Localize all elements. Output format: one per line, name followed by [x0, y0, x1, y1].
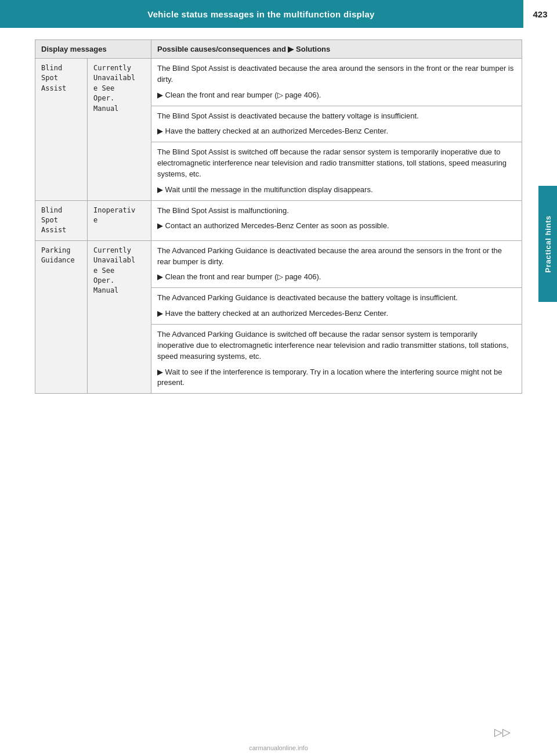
causes-cell: The Blind Spot Assist is malfunctioning.…: [151, 200, 522, 240]
cause-text: The Blind Spot Assist is switched off be…: [157, 147, 516, 180]
main-table: Display messages Possible causes/consequ…: [35, 39, 522, 394]
bullet-text: ▶ Clean the front and rear bumper (▷ pag…: [157, 90, 516, 101]
bullet-text: ▶ Contact an authorized Mercedes-Benz Ce…: [157, 221, 516, 232]
display-cell: Parking Guidance: [35, 240, 88, 393]
bullet-item: ▶ Have the battery checked at an authori…: [157, 124, 516, 137]
col-display-header: Display messages: [35, 40, 151, 59]
col-causes-header: Possible causes/consequences and ▶ Solut…: [151, 40, 522, 59]
table-row: Blind Spot AssistCurrently Unavailabl e …: [35, 59, 522, 106]
watermark: carmanualonline.info: [249, 744, 308, 751]
display-cell: Blind Spot Assist: [35, 200, 88, 240]
status-cell: Currently Unavailabl e See Oper. Manual: [88, 240, 151, 393]
page-header: Vehicle status messages in the multifunc…: [0, 0, 557, 28]
causes-cell: The Blind Spot Assist is switched off be…: [151, 142, 522, 200]
bullet-item: ▶ Clean the front and rear bumper (▷ pag…: [157, 269, 516, 283]
bullet-text: ▶ Wait until the message in the multifun…: [157, 185, 516, 196]
display-cell: Blind Spot Assist: [35, 59, 88, 201]
causes-cell: The Advanced Parking Guidance is switche…: [151, 324, 522, 393]
page-number: 423: [522, 0, 557, 28]
causes-cell: The Advanced Parking Guidance is deactiv…: [151, 288, 522, 325]
main-content: Display messages Possible causes/consequ…: [0, 39, 557, 394]
cause-text: The Advanced Parking Guidance is deactiv…: [157, 293, 516, 304]
cause-text: The Advanced Parking Guidance is switche…: [157, 329, 516, 362]
causes-cell: The Advanced Parking Guidance is deactiv…: [151, 240, 522, 288]
table-row: Blind Spot AssistInoperativ eThe Blind S…: [35, 200, 522, 240]
bullet-item: ▶ Clean the front and rear bumper (▷ pag…: [157, 88, 516, 101]
cause-text: The Blind Spot Assist is malfunctioning.: [157, 206, 516, 217]
side-tab-label: Practical hints: [544, 215, 552, 273]
bullet-text: ▶ Clean the front and rear bumper (▷ pag…: [157, 272, 516, 283]
status-cell: Inoperativ e: [88, 200, 151, 240]
causes-cell: The Blind Spot Assist is deactivated bec…: [151, 59, 522, 106]
status-cell: Currently Unavailabl e See Oper. Manual: [88, 59, 151, 201]
causes-cell: The Blind Spot Assist is deactivated bec…: [151, 106, 522, 142]
bullet-text: ▶ Wait to see if the interference is tem…: [157, 367, 516, 389]
cause-text: The Blind Spot Assist is deactivated bec…: [157, 111, 516, 122]
bullet-item: ▶ Contact an authorized Mercedes-Benz Ce…: [157, 218, 516, 232]
side-tab: Practical hints: [538, 186, 557, 302]
page-footer-arrow: ▷▷: [494, 726, 511, 739]
bullet-item: ▶ Have the battery checked at an authori…: [157, 306, 516, 319]
bullet-text: ▶ Have the battery checked at an authori…: [157, 308, 516, 319]
page-title: Vehicle status messages in the multifunc…: [147, 9, 375, 19]
table-header-row: Display messages Possible causes/consequ…: [35, 40, 522, 59]
cause-text: The Advanced Parking Guidance is deactiv…: [157, 246, 516, 268]
header-title-bar: Vehicle status messages in the multifunc…: [0, 0, 522, 28]
cause-text: The Blind Spot Assist is deactivated bec…: [157, 63, 516, 85]
table-row: Parking GuidanceCurrently Unavailabl e S…: [35, 240, 522, 288]
bullet-item: ▶ Wait to see if the interference is tem…: [157, 365, 516, 389]
bullet-text: ▶ Have the battery checked at an authori…: [157, 126, 516, 137]
bullet-item: ▶ Wait until the message in the multifun…: [157, 182, 516, 196]
